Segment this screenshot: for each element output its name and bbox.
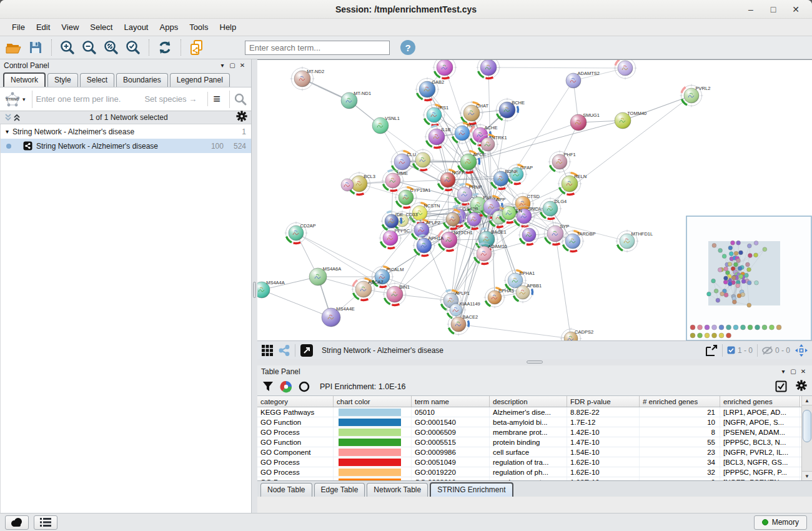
tab-network[interactable]: Network xyxy=(3,72,46,87)
table-row[interactable]: GO ProcessGO:0033619membrane prot...1.93… xyxy=(257,477,801,480)
network-list-options-gear-icon[interactable] xyxy=(236,111,247,124)
network-node-CADPS2[interactable]: CADPS2 xyxy=(560,328,594,341)
birdseye-toggle-button[interactable] xyxy=(795,344,808,357)
column-header-description[interactable]: description xyxy=(490,396,567,407)
maximize-button[interactable]: □ xyxy=(762,4,785,14)
export-network-button[interactable] xyxy=(704,344,718,357)
table-row[interactable]: GO FunctionGO:0001540beta-amyloid bi...1… xyxy=(257,417,801,427)
table-scrollbar[interactable]: ▲ ▼ xyxy=(801,396,812,480)
network-node-ADAM10[interactable]: ADAM10 xyxy=(473,242,507,266)
menu-tools[interactable]: Tools xyxy=(184,20,214,34)
network-node-PHF1[interactable]: PHF1 xyxy=(548,151,576,174)
column-header-term-name[interactable]: term name xyxy=(412,396,490,407)
string-query-input[interactable]: Enter one term per line. xyxy=(36,94,121,104)
table-panel-float-button[interactable]: ▢ xyxy=(788,368,798,375)
table-row[interactable]: KEGG Pathways05010Alzheimer's dise...8.8… xyxy=(257,407,801,417)
menu-select[interactable]: Select xyxy=(84,20,118,34)
network-node-BACE2[interactable]: BACE2 xyxy=(447,313,478,336)
zoom-in-button[interactable] xyxy=(59,39,76,56)
network-node-PVRL2[interactable]: PVRL2 xyxy=(680,84,711,107)
network-node-TARDBP[interactable]: TARDBP xyxy=(562,230,596,253)
table-row[interactable]: GO ProcessGO:0019220regulation of ph...1… xyxy=(257,467,801,477)
open-session-button[interactable] xyxy=(5,39,22,56)
tab-select[interactable]: Select xyxy=(80,73,114,87)
task-history-button[interactable] xyxy=(34,515,57,530)
collapse-all-icon[interactable] xyxy=(12,113,21,122)
table-row[interactable]: GO ProcessGO:0006509membrane prot...1.42… xyxy=(257,427,801,437)
automation-button[interactable] xyxy=(5,515,29,530)
zoom-selected-button[interactable] xyxy=(124,39,142,56)
network-node-BIN1[interactable]: BIN1 xyxy=(383,282,410,307)
network-node-MS4A4A[interactable]: MS4A4A xyxy=(257,280,285,298)
network-node[interactable] xyxy=(341,179,354,191)
clone-network-button[interactable] xyxy=(188,39,205,56)
birdseye-view[interactable] xyxy=(686,216,811,340)
zoom-fit-button[interactable] xyxy=(102,39,120,56)
column-header-category[interactable]: category xyxy=(257,396,334,407)
tab-boundaries[interactable]: Boundaries xyxy=(116,73,168,87)
splitter-handle[interactable] xyxy=(527,360,543,364)
column-header-chart-color[interactable]: chart color xyxy=(334,396,412,407)
horizontal-splitter[interactable] xyxy=(257,359,812,365)
network-node-BCHE[interactable]: BCHE xyxy=(495,98,525,122)
table-panel-menu-button[interactable]: ▾ xyxy=(778,368,788,375)
column-header-enriched-genes[interactable]: enriched genes xyxy=(720,396,800,407)
network-node-MS4A4E[interactable]: MS4A4E xyxy=(322,306,355,327)
network-node-RELN[interactable]: RELN xyxy=(558,172,587,196)
menu-apps[interactable]: Apps xyxy=(154,20,184,34)
expand-all-icon[interactable] xyxy=(4,113,12,122)
network-node[interactable] xyxy=(433,60,457,80)
tab-network-table[interactable]: Network Table xyxy=(367,483,428,497)
enrichment-settings-gear-icon[interactable] xyxy=(796,380,807,394)
table-panel-close-button[interactable]: ✕ xyxy=(798,368,808,375)
scrollbar-thumb[interactable] xyxy=(803,410,811,442)
column-header--enriched-genes[interactable]: # enriched genes xyxy=(640,396,720,407)
zoom-out-button[interactable] xyxy=(81,39,98,56)
tree-expand-icon[interactable]: ▾ xyxy=(6,128,9,135)
network-node-ABCA7[interactable]: ABCA7 xyxy=(352,277,384,302)
scroll-down-button[interactable]: ▼ xyxy=(802,471,812,480)
save-session-button[interactable] xyxy=(27,39,44,56)
network-node[interactable] xyxy=(614,60,637,80)
tab-style[interactable]: Style xyxy=(47,73,78,87)
menu-layout[interactable]: Layout xyxy=(118,20,154,34)
network-node-VSNL1[interactable]: VSNL1 xyxy=(372,116,400,134)
refresh-button[interactable] xyxy=(156,39,174,56)
tab-node-table[interactable]: Node Table xyxy=(260,483,312,497)
search-input[interactable] xyxy=(245,41,390,55)
string-options-button[interactable]: ≡ xyxy=(207,92,225,106)
splitter-handle[interactable] xyxy=(253,282,256,298)
table-row[interactable]: GO FunctionGO:0005515protein binding1.47… xyxy=(257,437,801,447)
chart-color-icon[interactable] xyxy=(280,380,292,393)
clear-color-icon[interactable] xyxy=(299,381,310,392)
network-node-MS4A6A[interactable]: MS4A6A xyxy=(309,266,341,285)
vertical-splitter[interactable] xyxy=(252,59,257,513)
string-species-hint[interactable]: Set species → xyxy=(144,94,207,104)
control-panel-float-button[interactable]: ▢ xyxy=(227,62,237,69)
menu-edit[interactable]: Edit xyxy=(31,20,56,34)
scroll-up-button[interactable]: ▲ xyxy=(802,396,812,405)
tab-edge-table[interactable]: Edge Table xyxy=(314,483,365,497)
menu-view[interactable]: View xyxy=(56,20,84,34)
network-node-IRS1[interactable]: IRS1 xyxy=(423,104,449,127)
network-node[interactable] xyxy=(518,224,540,246)
network-node-CHAT[interactable]: CHAT xyxy=(460,101,489,126)
tab-legend-panel[interactable]: Legend Panel xyxy=(170,73,230,87)
table-row[interactable]: GO ComponentGO:0009986cell surface1.54E-… xyxy=(257,447,801,457)
control-panel-close-button[interactable]: ✕ xyxy=(237,62,247,69)
detach-view-button[interactable] xyxy=(300,344,314,357)
network-node-DLG4[interactable]: DLG4 xyxy=(539,197,567,221)
network-canvas[interactable]: MT-ND2MT-ND1VSNL1GAB2IRS1CHATBCHEIL1BTNF… xyxy=(257,59,812,340)
select-rows-icon[interactable] xyxy=(775,380,787,392)
network-overview-button[interactable] xyxy=(278,344,290,357)
network-row[interactable]: String Network - Alzheimer's disease 100… xyxy=(1,139,251,153)
help-button[interactable]: ? xyxy=(400,40,415,55)
memory-button[interactable]: Memory xyxy=(754,515,807,530)
menu-file[interactable]: File xyxy=(6,20,31,34)
grid-view-button[interactable] xyxy=(261,344,274,357)
string-protein-query-selector[interactable]: STRING ▾ xyxy=(4,91,26,108)
network-node-MTHFD1L[interactable]: MTHFD1L xyxy=(616,230,653,253)
network-node-ADAMTS2[interactable]: ADAMTS2 xyxy=(566,71,600,88)
network-node-MME[interactable]: MME xyxy=(382,169,408,192)
close-button[interactable]: ✕ xyxy=(785,4,807,14)
